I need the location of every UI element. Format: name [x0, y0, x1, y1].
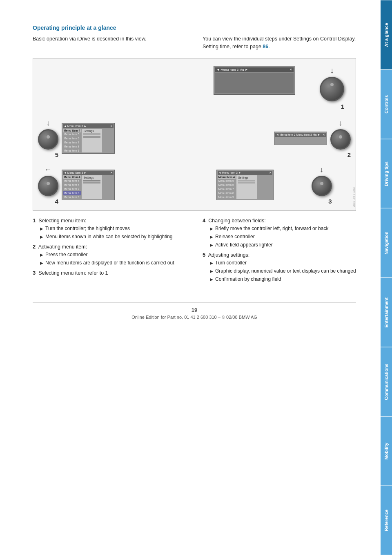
sidebar-tab-driving-tips[interactable]: Driving tips	[381, 139, 392, 208]
arrow-icon-4-1: ▶	[210, 226, 213, 232]
diagram-row3-left: ↓ 4 ◄ Menu item 3 ►✕ Menu item 4 Menu it…	[36, 163, 193, 207]
top-screen: ◄ Menu item 3 Mu ► ✕	[214, 66, 295, 95]
sub-item-5-1: ▶ Turn controller	[210, 259, 356, 266]
small-screen-left: ◄ Menu item 3 ►✕ Menu item 4 Menu item 5…	[62, 123, 115, 154]
sidebar-tab-communications[interactable]: Communications	[381, 347, 392, 416]
instruction-4: 4 Changing between fields: ▶ Briefly mov…	[203, 217, 356, 248]
controller-knob-left3	[38, 176, 58, 196]
sub-items-1: ▶ Turn the controller; the highlight mov…	[40, 225, 186, 240]
instruction-5: 5 Adjusting settings: ▶ Turn controller …	[203, 252, 356, 283]
sub-item-5-2: ▶ Graphic display, numerical value or te…	[210, 267, 356, 275]
intro-left: Basic operation via iDrive is described …	[33, 35, 186, 51]
arrow-icon-4-3: ▶	[210, 242, 213, 248]
small-screen-left-3: ◄ Menu item 3 ►✕ Menu item 4 Menu item 5…	[62, 170, 115, 201]
arrow-icon-5-1: ▶	[210, 260, 213, 266]
sidebar-tabs: At a glance Controls Driving tips Naviga…	[381, 0, 392, 555]
arrow-icon-1-2: ▶	[40, 234, 43, 240]
main-content: Operating principle at a glance Basic op…	[0, 0, 381, 344]
screen-center-bottom: ◄ Menu item 3 ►✕ Menu item 4 Menu item 5…	[216, 170, 274, 201]
diagram-top-center: ◄ Menu item 3 Mu ► ✕	[214, 66, 295, 95]
small-screen-center-bottom: ◄ Menu item 3 ►✕ Menu item 4 Menu item 5…	[216, 170, 274, 201]
sub-item-4-1: ▶ Briefly move the controller left, righ…	[210, 225, 356, 232]
arrow-down-5-icon: ↓	[47, 119, 50, 128]
controller-knob-5	[38, 129, 58, 150]
sub-items-5: ▶ Turn controller ▶ Graphic display, num…	[210, 259, 356, 283]
sidebar-tab-reference[interactable]: Reference	[381, 486, 392, 555]
instructions-left: 1 Selecting menu item: ▶ Turn the contro…	[33, 217, 186, 286]
diagram-row2-left: ↓ 5 ◄ Menu item 3 ►✕ Menu item 4 Menu it…	[36, 116, 193, 161]
arrow-icon-2-2: ▶	[40, 260, 43, 266]
small-screen-right-2: ◄ Menu item 2 Menu item 3 Mu ►✕	[274, 132, 327, 145]
screen-left-2: ◄ Menu item 3 ►✕ Menu item 4 Menu item 5…	[62, 123, 115, 154]
arrow-icon-2-1: ▶	[40, 252, 43, 258]
controller-knob-1	[320, 77, 344, 101]
arrow-down-2-icon: ↓	[339, 119, 343, 128]
sub-item-5-3: ▶ Confirmation by changing field	[210, 275, 356, 283]
page-footer: 19 Online Edition for Part no. 01 41 2 6…	[33, 302, 356, 320]
arrow-left-icon: ↓	[44, 168, 53, 172]
intro-columns: Basic operation via iDrive is described …	[33, 35, 356, 51]
screen-left-3: ◄ Menu item 3 ►✕ Menu item 4 Menu item 5…	[62, 170, 115, 201]
sub-item-2-2: ▶ New menu items are displayed or the fu…	[40, 259, 186, 266]
instruction-2: 2 Activating menu item: ▶ Press the cont…	[33, 244, 186, 266]
arrow-down-1-icon: ↓	[330, 66, 334, 75]
arrow-icon-1-1: ▶	[40, 226, 43, 232]
arrow-icon-5-3: ▶	[210, 276, 213, 282]
instructions-right: 4 Changing between fields: ▶ Briefly mov…	[203, 217, 356, 286]
page-number: 19	[33, 307, 356, 313]
top-screen-header: ◄ Menu item 3 Mu ► ✕	[215, 67, 294, 72]
sub-item-2-1: ▶ Press the controller	[40, 251, 186, 258]
sub-items-2: ▶ Press the controller ▶ New menu items …	[40, 251, 186, 266]
diagram-knob-left3-wrap: ↓ 4	[38, 166, 58, 205]
top-screen-body	[215, 73, 294, 93]
intro-right: You can view the individual steps under …	[203, 35, 356, 51]
controller-knob-3	[312, 176, 332, 196]
diagram-watermark: V2011 8210585	[352, 187, 355, 207]
diagram-knob-5-wrap: ↓ 5	[38, 119, 58, 158]
arrow-down-3-icon: ↓	[320, 166, 323, 174]
sidebar-tab-mobility[interactable]: Mobility	[381, 416, 392, 486]
diagram-knob-3-wrap: ↓ 3	[312, 166, 332, 205]
sub-item-1-2: ▶ Menu items shown in white can be selec…	[40, 233, 186, 240]
diagram-knob-2-wrap: ↓ 2	[330, 119, 351, 158]
arrow-icon-4-2: ▶	[210, 234, 213, 240]
sub-item-1-1: ▶ Turn the controller; the highlight mov…	[40, 225, 186, 232]
step-label-1: 1	[341, 103, 344, 110]
arrow-icon-5-2: ▶	[210, 268, 213, 274]
sidebar-tab-entertainment[interactable]: Entertainment	[381, 278, 392, 347]
step-label-2: 2	[347, 151, 351, 158]
sub-item-4-2: ▶ Release controller	[210, 233, 356, 240]
footer-text: Online Edition for Part no. 01 41 2 600 …	[131, 315, 257, 320]
sidebar-tab-navigation[interactable]: Navigation	[381, 208, 392, 278]
diagram-top-row: ◄ Menu item 3 Mu ► ✕ ↓ 1	[36, 62, 352, 114]
section-heading: Operating principle at a glance	[33, 25, 356, 31]
sub-item-4-3: ▶ Active field appears lighter	[210, 241, 356, 248]
instruction-3: 3 Selecting menu item: refer to 1	[33, 270, 186, 276]
diagram-row3-right: ◄ Menu item 3 ►✕ Menu item 4 Menu item 5…	[196, 163, 352, 207]
instruction-1: 1 Selecting menu item: ▶ Turn the contro…	[33, 217, 186, 240]
sidebar-tab-at-a-glance[interactable]: At a glance	[381, 0, 392, 69]
step-label-5: 5	[55, 151, 58, 158]
diagram-grid: ◄ Menu item 3 Mu ► ✕ ↓ 1 ↓ 5	[33, 58, 356, 210]
diagram-knob-1-wrap: ↓ 1	[320, 66, 344, 110]
screen-right-2: ◄ Menu item 2 Menu item 3 Mu ►✕	[274, 132, 327, 145]
diagram-area: ◄ Menu item 3 Mu ► ✕ ↓ 1 ↓ 5	[33, 58, 356, 211]
sub-items-4: ▶ Briefly move the controller left, righ…	[210, 225, 356, 248]
controller-knob-2	[330, 129, 351, 150]
step-label-3: 3	[328, 198, 332, 205]
sidebar-tab-controls[interactable]: Controls	[381, 69, 392, 139]
instructions-section: 1 Selecting menu item: ▶ Turn the contro…	[33, 217, 356, 286]
diagram-row2-right: ◄ Menu item 2 Menu item 3 Mu ►✕ ↓ 2	[196, 116, 352, 161]
step-label-4: 4	[55, 198, 58, 205]
